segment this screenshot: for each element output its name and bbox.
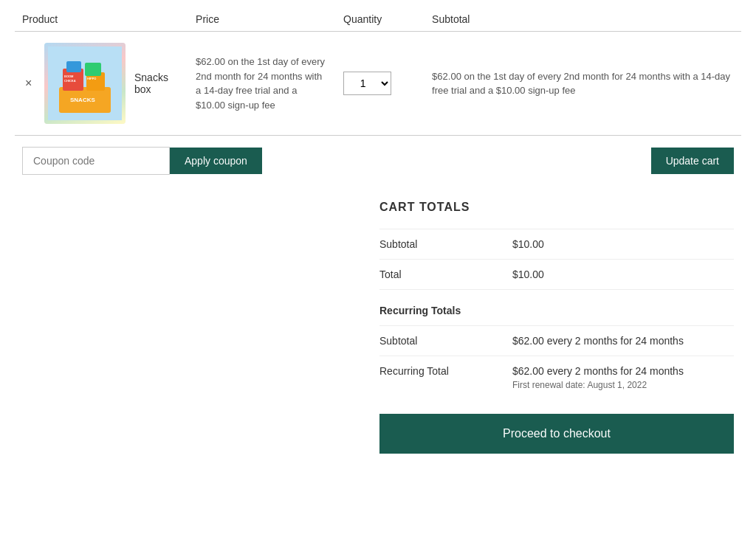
total-row: Total $10.00	[379, 260, 734, 290]
recurring-subtotal-value: $62.00 every 2 months for 24 months	[512, 326, 734, 356]
coupon-row: Apply coupon Update cart	[15, 135, 741, 186]
col-header-quantity: Quantity	[343, 13, 382, 25]
cart-row: ×	[15, 32, 741, 136]
svg-text:HIPPO: HIPPO	[87, 77, 96, 80]
product-image-svg: BOOM CHICKA HIPPO SNACKS	[48, 46, 122, 120]
recurring-subtotal-row: Subtotal $62.00 every 2 months for 24 mo…	[379, 326, 734, 356]
renewal-date: First renewal date: August 1, 2022	[512, 380, 734, 390]
recurring-subtotal-label: Subtotal	[379, 326, 512, 356]
proceed-to-checkout-button[interactable]: Proceed to checkout	[379, 414, 734, 454]
svg-text:BOOM: BOOM	[64, 74, 74, 78]
recurring-total-row: Recurring Total $62.00 every 2 months fo…	[379, 356, 734, 400]
recurring-totals-label: Recurring Totals	[379, 290, 734, 326]
checkout-btn-row: Proceed to checkout	[379, 414, 734, 454]
apply-coupon-button[interactable]: Apply coupon	[170, 148, 262, 174]
subtotal-value: $10.00	[512, 229, 734, 260]
svg-rect-4	[66, 61, 81, 72]
col-header-product: Product	[22, 13, 58, 25]
recurring-total-label: Recurring Total	[379, 356, 512, 400]
cart-totals-box: CART TOTALS Subtotal $10.00 Total $10.00…	[379, 201, 734, 454]
update-cart-button[interactable]: Update cart	[651, 148, 734, 174]
remove-item-button[interactable]: ×	[22, 77, 35, 90]
product-name: Snacks box	[134, 72, 181, 95]
cart-totals-title: CART TOTALS	[379, 201, 734, 214]
coupon-input[interactable]	[22, 147, 170, 175]
subtotal-row: Subtotal $10.00	[379, 229, 734, 260]
svg-text:CHICKA: CHICKA	[64, 79, 76, 83]
svg-rect-5	[85, 63, 101, 76]
product-image: BOOM CHICKA HIPPO SNACKS	[44, 43, 126, 124]
recurring-totals-header-row: Recurring Totals	[379, 290, 734, 326]
coupon-left: Apply coupon	[22, 147, 262, 175]
totals-table: Subtotal $10.00 Total $10.00 Recurring T…	[379, 229, 734, 399]
svg-text:SNACKS: SNACKS	[70, 97, 95, 103]
total-value: $10.00	[512, 260, 734, 290]
recurring-total-value: $62.00 every 2 months for 24 months Firs…	[512, 356, 734, 400]
quantity-select[interactable]: 1 2 3	[343, 72, 391, 95]
product-cell: BOOM CHICKA HIPPO SNACKS Snacks box	[44, 43, 181, 124]
total-label: Total	[379, 260, 512, 290]
col-header-subtotal: Subtotal	[432, 13, 470, 25]
cart-totals-section: CART TOTALS Subtotal $10.00 Total $10.00…	[15, 186, 741, 468]
subtotal-label: Subtotal	[379, 229, 512, 260]
col-header-price: Price	[196, 13, 219, 25]
product-subtotal: $62.00 on the 1st day of every 2nd month…	[432, 71, 730, 97]
product-price: $62.00 on the 1st day of every 2nd month…	[196, 56, 325, 111]
